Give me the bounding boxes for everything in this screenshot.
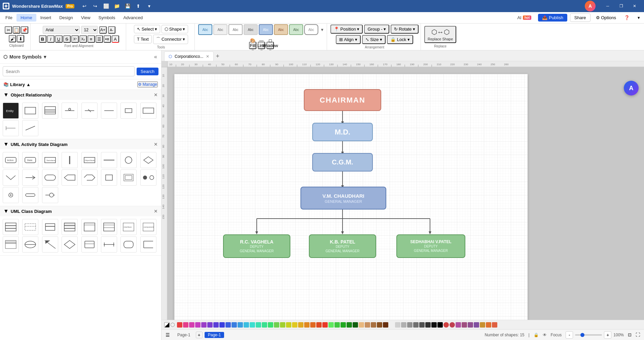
menu-advanced[interactable]: Advanced <box>119 14 147 22</box>
help-button[interactable]: ❓ <box>621 14 632 22</box>
page-tab-active[interactable]: Page-1 <box>205 332 224 338</box>
superscript-button[interactable]: X² <box>71 35 79 43</box>
cgm-node[interactable]: C.G.M. <box>312 153 373 172</box>
symbol-item[interactable] <box>101 169 117 186</box>
symbol-item[interactable] <box>22 120 38 136</box>
color-swatch[interactable] <box>189 322 194 328</box>
md-node[interactable]: M.D. <box>312 123 373 141</box>
color-swatch[interactable] <box>213 322 219 328</box>
strikethrough-button[interactable]: S <box>63 35 71 43</box>
style-4[interactable]: Abc <box>244 24 258 35</box>
symbol-item[interactable]: Swimlane <box>42 152 58 168</box>
color-swatch[interactable] <box>468 322 473 328</box>
color-swatch[interactable] <box>480 322 485 328</box>
color-swatch[interactable] <box>316 322 322 328</box>
search-input[interactable] <box>3 66 135 76</box>
search-button[interactable]: Search <box>137 68 158 75</box>
font-color-button[interactable]: A <box>112 35 119 43</box>
uml-class-close[interactable]: ✕ <box>154 209 158 214</box>
color-swatch[interactable] <box>431 322 437 328</box>
color-swatch[interactable] <box>310 322 316 328</box>
symbol-item[interactable] <box>120 103 137 119</box>
color-swatch[interactable] <box>304 322 310 328</box>
font-size-select[interactable]: 810121416182436 <box>81 26 98 34</box>
symbol-item[interactable] <box>140 103 156 119</box>
publish-button[interactable]: 📤Publish <box>538 14 567 22</box>
uml-class-header[interactable]: ▼ UML Class Diagram ✕ <box>0 206 161 216</box>
symbol-item[interactable] <box>62 152 78 168</box>
symbol-item[interactable] <box>101 219 117 235</box>
color-swatch[interactable] <box>347 322 352 328</box>
rc-node[interactable]: R.C. VAGHELA DEPUTYGENERAL MANAGER <box>223 234 290 258</box>
symbol-item[interactable]: Entity <box>3 103 19 119</box>
zoom-in-button[interactable]: + <box>604 331 611 339</box>
symbol-item[interactable] <box>101 152 117 168</box>
style-1[interactable]: Abc <box>198 24 212 35</box>
paste-button[interactable]: 📌 <box>21 26 28 34</box>
color-swatch[interactable] <box>377 322 382 328</box>
symbol-item[interactable] <box>140 152 156 168</box>
color-swatch[interactable] <box>334 322 340 328</box>
color-swatch[interactable] <box>322 322 328 328</box>
color-swatch[interactable] <box>244 322 249 328</box>
shadow-button[interactable]: ◻ Shadow ▾ <box>266 42 274 49</box>
bold-button[interactable]: B <box>39 35 46 43</box>
fullscreen-button[interactable]: ⛶ <box>636 332 640 337</box>
color-swatch[interactable] <box>474 322 479 328</box>
symbol-item[interactable] <box>3 169 19 186</box>
sv-node[interactable]: SEDHABHAI V.PATEL DEPUTYGENERAL MANAGER <box>396 234 465 258</box>
color-swatch[interactable] <box>298 322 303 328</box>
symbol-item[interactable]: State <box>22 152 38 168</box>
symbol-item[interactable] <box>3 120 19 136</box>
sidebar-toggle-button[interactable]: ☰ <box>166 332 170 338</box>
uml-activity-close[interactable]: ✕ <box>154 142 158 147</box>
page-tab-1[interactable]: Page-1 <box>174 332 194 338</box>
minimize-button[interactable]: ─ <box>601 1 614 11</box>
symbol-item[interactable]: ObjectNode <box>81 152 98 168</box>
vm-node[interactable]: V.M. CHAUDHARI GENERAL MANAGER <box>300 187 386 210</box>
symbol-item[interactable] <box>81 169 98 186</box>
color-swatch[interactable] <box>238 322 243 328</box>
fit-page-button[interactable]: ⊡ <box>628 332 632 337</box>
color-swatch[interactable] <box>292 322 297 328</box>
decrease-font-button[interactable]: A- <box>108 26 115 34</box>
symbol-item[interactable] <box>120 236 137 253</box>
color-swatch[interactable] <box>177 322 182 328</box>
symbol-item[interactable] <box>81 103 98 119</box>
symbol-item[interactable] <box>42 236 58 253</box>
close-button[interactable]: ✕ <box>628 1 641 11</box>
avatar[interactable]: A <box>585 1 596 11</box>
more-button[interactable]: ▾ <box>144 3 154 9</box>
align-button2[interactable]: ⊞ Align ▾ <box>336 35 360 44</box>
ai-assistant-button[interactable]: A <box>624 81 639 96</box>
canvas-container[interactable]: CHAIRMAN M.D. C.G.M. <box>168 67 644 320</box>
color-swatch[interactable] <box>413 322 419 328</box>
symbol-item[interactable] <box>62 169 78 186</box>
symbol-item[interactable] <box>42 219 58 235</box>
export-button[interactable]: ⬆ <box>134 3 143 9</box>
menu-symbols[interactable]: Symbols <box>95 14 119 22</box>
style-5[interactable]: Abc <box>259 24 273 35</box>
style-2[interactable]: Abc <box>213 24 227 35</box>
chairman-node[interactable]: CHAIRMAN <box>304 89 381 111</box>
style-8[interactable]: Abc <box>304 24 318 35</box>
symbol-item[interactable] <box>3 187 19 203</box>
copy-button[interactable]: 📋 <box>13 26 20 34</box>
color-dropper-icon[interactable]: ⬡ <box>170 322 175 328</box>
menu-design[interactable]: Design <box>55 14 77 22</box>
color-swatch[interactable] <box>407 322 413 328</box>
replace-shape-button[interactable]: ⬡↔⬡ Replace Shape <box>424 26 456 43</box>
color-swatch[interactable] <box>195 322 201 328</box>
color-swatch[interactable] <box>486 322 491 328</box>
font-family-select[interactable]: Arial Times New Roman Calibri <box>43 26 80 34</box>
color-swatch[interactable] <box>425 322 431 328</box>
color-swatch[interactable] <box>274 322 279 328</box>
undo-button[interactable]: ↩ <box>80 3 89 9</box>
kb-node[interactable]: K.B. PATEL DEPUTYGENERAL MANAGER <box>309 234 376 258</box>
styles-more-button[interactable]: ▾ <box>319 24 325 40</box>
color-swatch[interactable] <box>262 322 267 328</box>
subscript-button[interactable]: X₂ <box>79 35 87 43</box>
style-7[interactable]: Abc <box>289 24 303 35</box>
options-button[interactable]: ⚙ Options <box>593 14 619 22</box>
symbol-item[interactable] <box>101 103 117 119</box>
